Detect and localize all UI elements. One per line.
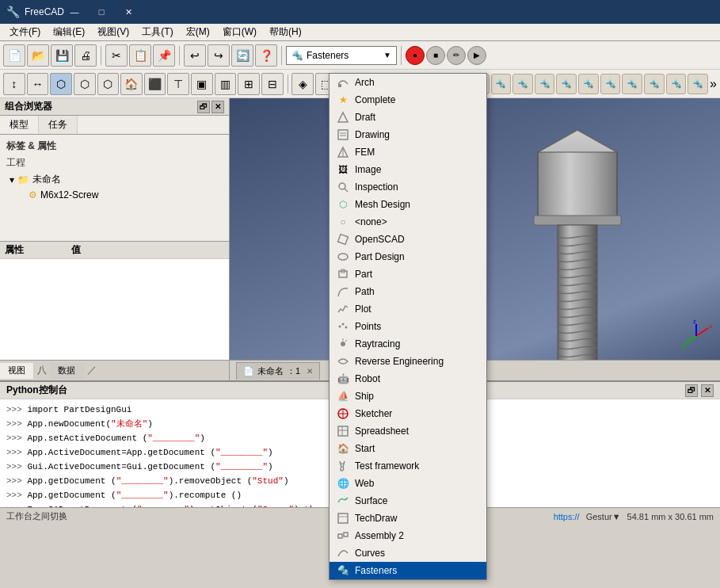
tree-screw[interactable]: ⚙ M6x12-Screw — [3, 188, 226, 202]
tab-model[interactable]: 模型 — [0, 116, 39, 134]
wb-openscad[interactable]: OpenSCAD — [330, 231, 486, 248]
wb-partdesign[interactable]: Part Design — [330, 248, 486, 265]
save-button[interactable]: 💾 — [51, 44, 73, 67]
redo-button[interactable]: ↪ — [208, 44, 230, 67]
wb-fem[interactable]: FEM — [330, 143, 486, 161]
open-button[interactable]: 📂 — [27, 44, 49, 67]
tb2-btn4[interactable]: ⬡ — [74, 73, 96, 95]
fastener-icon-9[interactable]: 🔩 — [622, 74, 642, 94]
view-right[interactable]: ▥ — [215, 73, 237, 95]
wb-sketcher[interactable]: Sketcher — [330, 405, 486, 422]
wb-assembly2[interactable]: Assembly 2 — [330, 527, 486, 544]
wb-part[interactable]: Part — [330, 265, 486, 283]
tab-task[interactable]: 任务 — [39, 116, 78, 134]
wb-test[interactable]: Test framework — [330, 457, 486, 475]
wb-complete[interactable]: ★ Complete — [330, 91, 486, 109]
macro-edit[interactable]: ✏ — [447, 46, 466, 65]
draw-style[interactable]: ◈ — [291, 73, 314, 95]
doc-tab-close[interactable]: ✕ — [307, 367, 313, 376]
svg-point-28 — [345, 326, 348, 329]
python-close-btn[interactable]: ✕ — [701, 384, 714, 397]
wb-reverse[interactable]: Reverse Engineering — [330, 353, 486, 370]
wb-robot[interactable]: 🤖 Robot — [330, 370, 486, 388]
new-button[interactable]: 📄 — [3, 44, 25, 67]
wb-image[interactable]: 🖼 Image — [330, 161, 486, 178]
wb-ship[interactable]: ⛵ Ship — [330, 388, 486, 405]
fastener-icon-6[interactable]: 🔩 — [556, 74, 577, 94]
view-fit-sel[interactable]: ⊟ — [261, 73, 284, 95]
copy-button[interactable]: 📋 — [129, 44, 151, 67]
macro-record[interactable]: ● — [406, 46, 425, 65]
menu-edit[interactable]: 编辑(E) — [47, 24, 91, 41]
python-float-btn[interactable]: 🗗 — [685, 384, 698, 397]
wb-robot-label: Robot — [355, 373, 380, 384]
fastener-icon-8[interactable]: 🔩 — [600, 74, 621, 94]
menu-help[interactable]: 帮助(H) — [263, 24, 308, 41]
fastener-icon-5[interactable]: 🔩 — [535, 74, 555, 94]
menubar: 文件(F) 编辑(E) 视图(V) 工具(T) 宏(M) 窗口(W) 帮助(H) — [0, 24, 720, 41]
wb-fasteners[interactable]: 🔩 Fasteners — [330, 562, 486, 579]
tb2-btn1[interactable]: ↕ — [3, 73, 25, 95]
wb-surface[interactable]: Surface — [330, 492, 486, 510]
fastener-icon-7[interactable]: 🔩 — [578, 74, 599, 94]
wb-arch[interactable]: Arch — [330, 74, 486, 91]
combo-close-btn[interactable]: ✕ — [211, 101, 224, 113]
macro-run[interactable]: ▶ — [467, 46, 486, 65]
tb2-btn3[interactable]: ⬡ — [50, 73, 72, 95]
fasteners-icon: 🔩 — [336, 563, 350, 578]
workbench-dropdown[interactable]: 🔩 Fasteners ▼ — [286, 46, 397, 65]
view-cube[interactable]: ⬛ — [144, 73, 166, 95]
undo-button[interactable]: ↩ — [184, 44, 206, 67]
wb-mesh[interactable]: ⬡ Mesh Design — [330, 196, 486, 213]
fastener-icon-12[interactable]: 🔩 — [688, 74, 708, 94]
fastener-icon-4[interactable]: 🔩 — [512, 74, 533, 94]
help2-button[interactable]: ❓ — [255, 44, 277, 67]
menu-file[interactable]: 文件(F) — [3, 24, 47, 41]
fastener-icon-10[interactable]: 🔩 — [644, 74, 665, 94]
status-url: https:// — [554, 512, 580, 521]
close-button[interactable]: ✕ — [118, 4, 139, 20]
view-front[interactable]: ▣ — [191, 73, 213, 95]
more-icon[interactable]: » — [710, 77, 717, 91]
view-tab-view[interactable]: 视图 — [0, 363, 34, 379]
paste-button[interactable]: 📌 — [153, 44, 175, 67]
wb-start[interactable]: 🏠 Start — [330, 440, 486, 457]
wb-none[interactable]: ○ <none> — [330, 213, 486, 231]
sep1 — [101, 46, 101, 65]
wb-inspection[interactable]: Inspection — [330, 178, 486, 196]
tb2-btn2[interactable]: ↔ — [27, 73, 49, 95]
fastener-icon-11[interactable]: 🔩 — [666, 74, 687, 94]
gesture-btn[interactable]: Gestur▼ — [586, 512, 621, 521]
wb-raytracing[interactable]: Raytracing — [330, 335, 486, 353]
curves-icon — [336, 546, 350, 560]
minimize-button[interactable]: — — [64, 4, 85, 20]
wb-drawing[interactable]: Drawing — [330, 126, 486, 143]
menu-macro[interactable]: 宏(M) — [180, 24, 216, 41]
maximize-button[interactable]: □ — [91, 4, 112, 20]
view-top[interactable]: ⊤ — [167, 73, 189, 95]
cut-button[interactable]: ✂ — [105, 44, 128, 67]
wb-plot[interactable]: Plot — [330, 300, 486, 318]
combo-float-btn[interactable]: 🗗 — [197, 101, 210, 113]
wb-points[interactable]: Points — [330, 318, 486, 335]
refresh-button[interactable]: 🔄 — [231, 44, 253, 67]
tb2-btn5[interactable]: ⬡ — [97, 73, 120, 95]
wb-spreadsheet[interactable]: Spreadsheet — [330, 422, 486, 440]
menu-tools[interactable]: 工具(T) — [135, 24, 179, 41]
wb-path[interactable]: Path — [330, 283, 486, 300]
doc-tab[interactable]: 📄 未命名 ：1 ✕ — [236, 362, 320, 380]
fastener-icon-3[interactable]: 🔩 — [491, 74, 512, 94]
wb-points-label: Points — [355, 321, 381, 332]
wb-web[interactable]: 🌐 Web — [330, 475, 486, 492]
view-home[interactable]: 🏠 — [120, 73, 143, 95]
print-button[interactable]: 🖨 — [74, 44, 97, 67]
menu-window[interactable]: 窗口(W) — [216, 24, 263, 41]
menu-view[interactable]: 视图(V) — [91, 24, 135, 41]
wb-draft[interactable]: Draft — [330, 109, 486, 126]
tree-document[interactable]: ▾ 📁 未命名 — [3, 171, 226, 188]
wb-techdraw[interactable]: TechDraw — [330, 510, 486, 527]
view-fit[interactable]: ⊞ — [238, 73, 260, 95]
wb-curves[interactable]: Curves — [330, 544, 486, 562]
view-tab-data[interactable]: 数据 — [50, 363, 84, 379]
macro-stop[interactable]: ■ — [426, 46, 445, 65]
